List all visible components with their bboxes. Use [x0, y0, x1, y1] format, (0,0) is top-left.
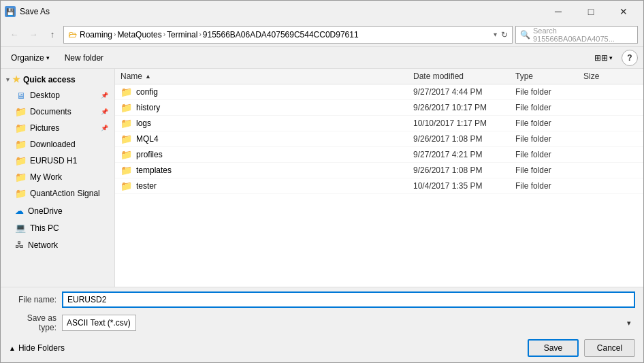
sidebar-item-documents[interactable]: 📁 Documents 📌	[1, 104, 114, 120]
address-bar[interactable]: 🗁 Roaming › MetaQuotes › Terminal › 9155…	[63, 26, 513, 44]
pin-icon-desktop: 📌	[101, 92, 108, 99]
sidebar-item-documents-label: Documents	[30, 107, 71, 116]
sidebar-item-quantaction[interactable]: 📁 QuantAction Signal	[1, 185, 114, 202]
file-date-cell: 9/26/2017 1:08 PM	[413, 165, 515, 175]
sidebar-item-desktop[interactable]: 🖥 Desktop 📌	[1, 87, 114, 104]
onedrive-icon: ☁	[15, 206, 24, 216]
sidebar-item-downloaded-label: Downloaded	[30, 140, 76, 149]
main-content: ▾ ★ Quick access 🖥 Desktop 📌 📁 Documents…	[1, 69, 643, 287]
column-type[interactable]: Type	[515, 72, 583, 81]
crumb-roaming[interactable]: Roaming	[80, 30, 112, 40]
save-button[interactable]: Save	[528, 339, 579, 357]
address-breadcrumb: Roaming › MetaQuotes › Terminal › 915566…	[80, 30, 359, 40]
button-row: ▲ Hide Folders Save Cancel	[1, 336, 643, 362]
hide-folders-arrow-icon: ▲	[9, 345, 16, 352]
quick-access-label: Quick access	[23, 75, 76, 84]
quick-access-header[interactable]: ▾ ★ Quick access	[1, 72, 114, 87]
file-name-cell: 📁 logs	[120, 118, 413, 129]
crumb-sep-1: ›	[114, 31, 116, 38]
table-row[interactable]: 📁 profiles 9/27/2017 4:21 PM File folder	[115, 147, 643, 163]
maximize-button[interactable]: □	[575, 3, 607, 20]
search-icon: 🔍	[520, 30, 530, 40]
sidebar-item-pictures[interactable]: 📁 Pictures 📌	[1, 120, 114, 136]
network-section: 🖧 Network	[1, 237, 114, 253]
sidebar: ▾ ★ Quick access 🖥 Desktop 📌 📁 Documents…	[1, 69, 115, 287]
pin-icon-pictures: 📌	[101, 125, 108, 131]
sidebar-item-mywork[interactable]: 📁 My Work	[1, 169, 114, 185]
file-type-cell: File folder	[515, 165, 583, 175]
new-folder-label: New folder	[65, 53, 103, 63]
sidebar-item-network[interactable]: 🖧 Network	[1, 237, 114, 253]
file-rows-container: 📁 config 9/27/2017 4:44 PM File folder 📁…	[115, 84, 643, 194]
crumb-terminal[interactable]: Terminal	[167, 30, 197, 40]
crumb-guid[interactable]: 915566BA06ADA407569C544CC0D97611	[203, 30, 359, 40]
minimize-button[interactable]: ─	[543, 3, 574, 20]
file-name-input[interactable]	[62, 291, 635, 308]
nav-toolbar: ← → ↑ 🗁 Roaming › MetaQuotes › Terminal …	[1, 22, 643, 47]
column-size[interactable]: Size	[583, 72, 638, 81]
sidebar-item-network-label: Network	[28, 240, 58, 250]
search-box[interactable]: 🔍 Search 915566BA06ADA4075...	[515, 26, 638, 44]
file-folder-icon: 📁	[120, 149, 132, 160]
forward-button[interactable]: →	[25, 27, 42, 43]
table-row[interactable]: 📁 logs 10/10/2017 1:17 PM File folder	[115, 116, 643, 131]
crumb-metaquotes[interactable]: MetaQuotes	[117, 30, 161, 40]
window-title: Save As	[20, 7, 50, 16]
file-name-text: tester	[136, 181, 157, 191]
onedrive-section: ☁ OneDrive	[1, 203, 114, 219]
close-button[interactable]: ✕	[608, 3, 639, 20]
sidebar-item-onedrive[interactable]: ☁ OneDrive	[1, 203, 114, 219]
file-date-cell: 10/4/2017 1:35 PM	[413, 181, 515, 191]
sidebar-item-eurusd[interactable]: 📁 EURUSD H1	[1, 153, 114, 169]
quantaction-folder-icon: 📁	[15, 188, 26, 199]
thispc-section: 💻 This PC	[1, 220, 114, 236]
sidebar-item-quantaction-label: QuantAction Signal	[30, 189, 100, 198]
title-bar-left: 💾 Save As	[5, 6, 50, 17]
help-button[interactable]: ?	[622, 50, 638, 66]
file-name-cell: 📁 profiles	[120, 149, 413, 160]
sidebar-item-eurusd-label: EURUSD H1	[30, 156, 77, 165]
file-date-cell: 9/27/2017 4:21 PM	[413, 150, 515, 159]
file-folder-icon: 📁	[120, 118, 132, 129]
column-date[interactable]: Date modified	[413, 72, 515, 81]
sidebar-item-downloaded[interactable]: 📁 Downloaded	[1, 136, 114, 153]
save-type-select[interactable]: ASCII Text (*.csv) CSV (*.csv) Text (*.t…	[62, 315, 136, 331]
pictures-folder-icon: 📁	[15, 123, 26, 133]
view-icon: ⊞⊞	[594, 53, 608, 63]
sidebar-item-thispc[interactable]: 💻 This PC	[1, 220, 114, 236]
crumb-sep-3: ›	[199, 31, 201, 38]
crumb-sep-2: ›	[163, 31, 165, 38]
col-type-label: Type	[515, 72, 533, 81]
table-row[interactable]: 📁 MQL4 9/26/2017 1:08 PM File folder	[115, 131, 643, 147]
save-type-label: Save as type:	[9, 313, 57, 332]
address-refresh-icon[interactable]: ↻	[501, 30, 508, 40]
file-folder-icon: 📁	[120, 165, 132, 176]
file-date-cell: 9/26/2017 1:08 PM	[413, 134, 515, 144]
view-button[interactable]: ⊞⊞ ▾	[591, 51, 616, 65]
sidebar-item-mywork-label: My Work	[30, 172, 62, 182]
title-controls: ─ □ ✕	[543, 3, 639, 20]
table-row[interactable]: 📁 tester 10/4/2017 1:35 PM File folder	[115, 178, 643, 194]
address-icon: 🗁	[68, 29, 77, 40]
organize-button[interactable]: Organize ▾	[6, 51, 54, 65]
back-button[interactable]: ←	[6, 27, 22, 43]
address-dropdown-icon[interactable]: ▾	[494, 31, 497, 38]
file-list: Name ▲ Date modified Type Size 📁 config …	[115, 69, 643, 287]
downloaded-folder-icon: 📁	[15, 139, 26, 150]
network-icon: 🖧	[15, 240, 24, 250]
organize-label: Organize	[11, 53, 44, 63]
table-row[interactable]: 📁 templates 9/26/2017 1:08 PM File folde…	[115, 163, 643, 178]
hide-folders-toggle[interactable]: ▲ Hide Folders	[9, 343, 522, 353]
cancel-button[interactable]: Cancel	[584, 339, 635, 357]
file-name-cell: 📁 tester	[120, 180, 413, 191]
up-button[interactable]: ↑	[44, 27, 61, 43]
sidebar-item-onedrive-label: OneDrive	[28, 206, 63, 216]
table-row[interactable]: 📁 config 9/27/2017 4:44 PM File folder	[115, 84, 643, 100]
column-name[interactable]: Name ▲	[120, 72, 413, 81]
table-row[interactable]: 📁 history 9/26/2017 10:17 PM File folder	[115, 100, 643, 116]
new-folder-button[interactable]: New folder	[60, 51, 108, 65]
save-type-row: Save as type: ASCII Text (*.csv) CSV (*.…	[1, 312, 643, 336]
col-sort-arrow-icon: ▲	[145, 73, 151, 80]
col-date-label: Date modified	[413, 72, 464, 81]
file-name-row: File name:	[1, 287, 643, 312]
